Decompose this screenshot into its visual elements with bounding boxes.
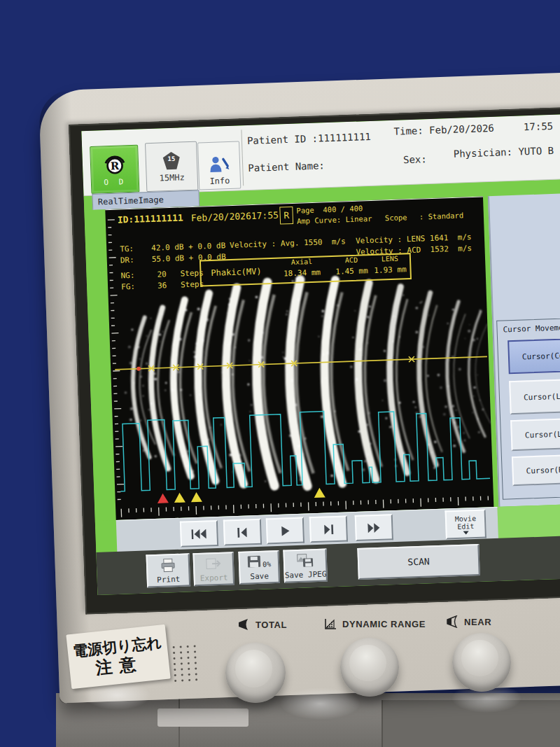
step-back-button[interactable] [223, 519, 262, 546]
content-area: ID:111111111 Feb/20/202617:55 R Page 400… [84, 193, 560, 522]
right-panel: Cursor Movement Cursor(Corn Cursor(LENS … [488, 193, 560, 508]
val-acd: 1.45 mm [332, 266, 371, 279]
export-icon [205, 557, 223, 571]
svg-text:15: 15 [167, 155, 175, 162]
step-forward-icon [322, 524, 335, 535]
print-icon [160, 558, 177, 573]
probe-15mhz-button[interactable]: 15 15MHz [145, 141, 198, 193]
machine-panel-light [158, 708, 248, 727]
movie-edit-caret-icon [463, 531, 469, 534]
ng-value: 20 [157, 270, 167, 279]
cursor-cornea-button[interactable]: Cursor(Corn [507, 337, 560, 375]
save-icon [247, 555, 262, 568]
machine-base [56, 693, 560, 747]
photo-of-ultrasound-device: { "header": { "eye_button": {"logo": "R"… [0, 0, 560, 747]
play-icon [280, 526, 290, 536]
near-icon [445, 615, 459, 628]
tg-label: TG: [120, 244, 134, 254]
dr-label: DR: [120, 256, 134, 265]
cursor-movement-title: Cursor Movement [503, 323, 560, 334]
val-lens: 1.93 mm [370, 265, 410, 278]
sex-label: Sex: [403, 153, 427, 165]
cursor-lens-front-button[interactable]: Cursor(LENS Fr [509, 377, 560, 415]
ultrasound-panel: ID:111111111 Feb/20/202617:55 R Page 400… [105, 196, 493, 522]
export-button[interactable]: Export [192, 552, 234, 586]
eye-select-button[interactable]: R O D [90, 145, 139, 194]
save-jpeg-button[interactable]: Save JPEG [283, 549, 328, 583]
save-button[interactable]: 0% Save [238, 550, 280, 585]
info-button[interactable]: Info [197, 141, 241, 190]
dynamic-range-knob[interactable] [340, 638, 399, 697]
screen-bezel: R O D 15 15MHz Info Patient ID :11111111… [69, 106, 560, 614]
cursor-movement-group: Cursor Movement Cursor(Corn Cursor(LENS … [496, 317, 560, 500]
green-filler [497, 503, 560, 538]
fast-forward-icon [368, 522, 380, 533]
screen: R O D 15 15MHz Info Patient ID :11111111… [81, 114, 560, 595]
sticky-note-line2: 注意 [94, 653, 144, 678]
step-back-icon [236, 527, 248, 538]
patient-id-label: Patient ID :111111111 [247, 131, 371, 146]
right-eye-badge: R [279, 207, 293, 225]
ng-label: NG: [120, 271, 134, 281]
save-label: Save [250, 571, 269, 581]
fast-forward-button[interactable] [355, 514, 393, 541]
total-control-label: TOTAL [237, 618, 287, 631]
play-button[interactable] [266, 517, 304, 545]
scan-button[interactable]: SCAN [357, 544, 479, 580]
svg-text:R: R [110, 160, 120, 172]
near-control-label: NEAR [445, 615, 491, 628]
patient-name-label: Patient Name: [248, 160, 325, 174]
scope-label: Scope [385, 213, 407, 222]
total-icon [237, 618, 251, 631]
physician-label: Physician: YUTO B [454, 145, 554, 160]
dynamic-range-control-label: DYNAMIC RANGE [323, 617, 426, 630]
save-jpeg-icon [297, 553, 314, 568]
eye-side-label: O D [104, 177, 126, 187]
skip-start-button[interactable] [180, 520, 218, 547]
save-jpeg-label: Save JPEG [285, 570, 327, 580]
patient-info-icon [208, 155, 231, 176]
time-label: Time: Feb/20/2026 17:55 [393, 120, 553, 137]
fg-label: FG: [121, 282, 135, 292]
fg-value: 36 [158, 281, 167, 290]
cursor-lens-rear-button[interactable]: Cursor(LENS Re [510, 416, 560, 451]
cursor-retina-button[interactable]: Cursor(Retina [512, 452, 560, 486]
step-forward-button[interactable] [309, 515, 348, 543]
export-label: Export [200, 573, 228, 582]
val-axial: 18.34 mm [271, 267, 333, 281]
movie-edit-line2: Edit [457, 522, 474, 531]
scope-value: : Standard [419, 211, 464, 221]
sticky-note: 電源切り忘れ 注意 [66, 624, 170, 689]
probe-icon: 15 [161, 151, 181, 171]
dynamic-range-text: DYNAMIC RANGE [342, 619, 426, 629]
dynamic-range-icon [323, 617, 337, 630]
print-label: Print [157, 575, 181, 585]
r-logo-icon: R [101, 152, 128, 176]
save-progress: 0% [262, 560, 271, 568]
measurement-mode: Phakic(MV) [201, 259, 272, 285]
machine-panel-dark [382, 700, 560, 747]
info-label: Info [209, 176, 230, 186]
speaker-grille [173, 645, 203, 685]
near-text: NEAR [464, 617, 491, 627]
print-button[interactable]: Print [146, 553, 191, 587]
movie-edit-button[interactable]: Movie Edit [445, 510, 486, 540]
skip-start-icon [191, 529, 206, 539]
near-knob[interactable] [452, 633, 511, 692]
probe-label: 15MHz [159, 172, 185, 183]
total-knob[interactable] [225, 643, 286, 703]
total-text: TOTAL [255, 620, 287, 630]
header-divider [241, 130, 244, 186]
